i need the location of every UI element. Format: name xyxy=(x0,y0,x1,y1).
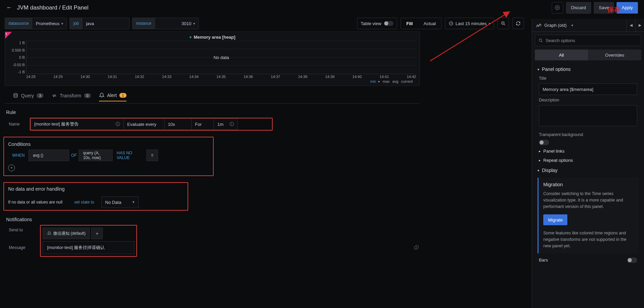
panel-links-section[interactable]: ▸Panel links xyxy=(532,147,644,156)
table-view-toggle[interactable] xyxy=(384,21,393,26)
fill-tab[interactable]: Fill xyxy=(401,18,418,29)
heart-icon: ♥ xyxy=(189,35,192,40)
migration-text-1: Consider switching to the Time series vi… xyxy=(543,191,634,210)
chart-plot-area[interactable]: No data xyxy=(26,41,416,74)
rule-name-label: Name xyxy=(6,122,30,127)
svg-point-4 xyxy=(539,39,542,41)
x-axis: 14:2814:2914:3014:3114:3214:3314:3414:35… xyxy=(26,75,416,79)
nodata-row1-label: If no data or all values are null xyxy=(8,200,71,205)
caret-down-icon: ▼ xyxy=(132,200,135,204)
chevron-right-icon: ▸ xyxy=(539,158,541,162)
gear-icon xyxy=(555,5,560,10)
y-axis: 1 B 0.500 B 0 B -0.50 B -1 B xyxy=(8,41,25,74)
cond-state[interactable]: HAS NO VALUE xyxy=(113,150,147,161)
query-count-badge: 3 xyxy=(37,93,43,98)
page-title: JVM dashboard / Edit Panel xyxy=(17,4,89,11)
migrate-button[interactable]: Migrate xyxy=(543,214,567,225)
var-instance-value[interactable]: 3010 xyxy=(155,18,199,29)
cond-delete-button[interactable] xyxy=(147,150,158,161)
cond-of: OF xyxy=(69,150,79,161)
rule-heading: Rule xyxy=(6,110,420,115)
legend-min[interactable]: min xyxy=(370,79,380,83)
nodata-select[interactable]: No Data▼ xyxy=(101,196,139,208)
transparent-bg-label: Transparent background xyxy=(532,131,644,138)
viz-picker-button[interactable]: Graph (old) xyxy=(532,23,626,28)
viz-prev-button[interactable]: ◀ xyxy=(626,19,635,32)
var-job-value[interactable]: java xyxy=(82,18,130,29)
tab-transform[interactable]: Transform 0 xyxy=(52,93,91,101)
bell-icon xyxy=(99,93,104,98)
time-range-button[interactable]: Last 15 minutes ▾ xyxy=(445,18,494,29)
chevron-down-icon: ▾ xyxy=(538,68,539,71)
add-condition-button[interactable]: + xyxy=(8,165,15,171)
zoom-out-button[interactable] xyxy=(497,18,509,29)
transform-count-badge: 0 xyxy=(84,93,91,98)
legend-current[interactable]: current xyxy=(401,79,413,83)
nodata-heading: No data and error handling xyxy=(8,186,183,192)
notif-channel-chip[interactable]: 微信通知 (default) xyxy=(43,228,90,239)
zoom-out-icon xyxy=(501,21,506,26)
graph-icon xyxy=(536,23,542,28)
bars-toggle[interactable] xyxy=(627,257,637,263)
actual-tab[interactable]: Actual xyxy=(418,18,441,29)
chevron-down-icon: ▾ xyxy=(489,22,490,25)
info-icon[interactable]: ⓘ xyxy=(116,121,120,127)
alert-exclaim-icon: ! xyxy=(6,32,7,36)
legend-avg[interactable]: avg xyxy=(392,79,398,83)
settings-gear-button[interactable] xyxy=(552,2,563,14)
var-job-label: job xyxy=(70,18,82,29)
for-label: For xyxy=(192,118,214,130)
clock-icon xyxy=(449,21,453,26)
transform-icon xyxy=(52,93,57,98)
svg-point-0 xyxy=(557,7,558,8)
info-icon[interactable]: ⓘ xyxy=(230,121,234,127)
eval-every-label: Evaluate every xyxy=(124,118,164,130)
set-state-to-1: set state to xyxy=(74,200,98,205)
eval-every-input[interactable]: 10s xyxy=(164,118,192,130)
send-to-label: Send to xyxy=(6,225,40,232)
rule-name-input[interactable]: [monitor-test] 服务警告 ⓘ xyxy=(31,118,124,130)
tab-overrides[interactable]: Overrides xyxy=(588,50,641,60)
bell-icon xyxy=(47,231,51,235)
back-arrow-icon[interactable]: ← xyxy=(6,4,12,11)
display-header[interactable]: ▾ Display xyxy=(532,165,644,176)
alert-count-badge: 1 xyxy=(119,93,126,98)
migration-text-2: Some features like colored time regions … xyxy=(543,230,634,249)
database-icon xyxy=(13,93,18,98)
info-icon[interactable]: ⓘ xyxy=(414,245,418,251)
panel-options-header[interactable]: ▾ Panel options xyxy=(532,64,644,75)
cond-when[interactable]: WHEN xyxy=(8,150,28,161)
bars-label: Bars xyxy=(539,257,548,263)
panel-description-input[interactable] xyxy=(539,105,637,126)
table-view-label: Table view xyxy=(361,21,382,26)
tab-query[interactable]: Query 3 xyxy=(13,93,43,101)
repeat-options-section[interactable]: ▸Repeat options xyxy=(532,156,644,165)
var-instance-label: instance xyxy=(132,18,155,29)
trash-icon xyxy=(151,153,154,157)
table-view-toggle-group: Table view xyxy=(357,18,397,29)
no-data-label: No data xyxy=(214,55,229,60)
refresh-button[interactable] xyxy=(512,18,524,29)
var-datasource-label: datasource xyxy=(5,18,32,29)
transparent-bg-toggle[interactable] xyxy=(539,140,549,145)
var-datasource-value[interactable]: Prometheus xyxy=(32,18,67,29)
discard-button[interactable]: Discard xyxy=(566,2,591,14)
annotation-save-cn: 保存 xyxy=(607,5,620,14)
notifications-heading: Notifications xyxy=(6,217,420,222)
description-label: Description xyxy=(532,96,644,104)
cond-func[interactable]: avg () xyxy=(28,150,69,161)
message-input[interactable]: [monitor-test] 服务挂掉请确认 xyxy=(43,241,134,254)
panel-title-input[interactable]: Memory area [$memarea] xyxy=(539,83,637,95)
tab-alert[interactable]: Alert 1 xyxy=(99,93,126,101)
refresh-icon xyxy=(516,21,521,26)
for-input[interactable]: 1m ⓘ xyxy=(214,118,238,130)
legend-max[interactable]: max xyxy=(383,79,390,83)
cond-query[interactable]: query (A, 10s, now) xyxy=(79,150,113,161)
chart-title[interactable]: ♥ Memory area [heap] xyxy=(189,35,235,40)
chevron-down-icon: ▾ xyxy=(538,169,539,172)
add-channel-button[interactable]: + xyxy=(91,228,103,239)
tab-all[interactable]: All xyxy=(535,50,588,60)
search-options-input[interactable]: Search options xyxy=(535,35,641,46)
viz-next-button[interactable]: ▶ xyxy=(635,19,644,32)
migration-title: Migration xyxy=(543,182,634,187)
